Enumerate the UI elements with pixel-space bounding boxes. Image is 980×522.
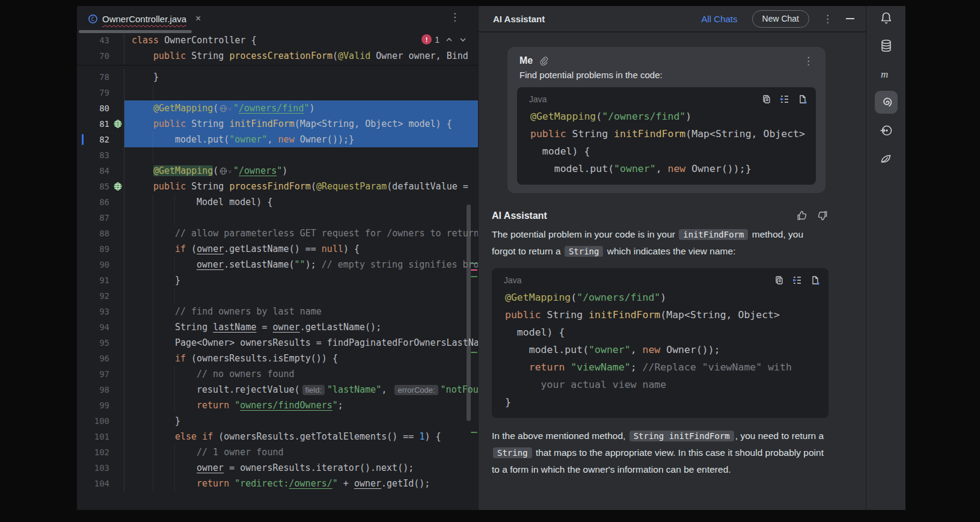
code-line-84[interactable]: 84@GetMapping(˅"/owners")	[77, 163, 478, 179]
chat-code-line: model) {	[517, 143, 816, 160]
line-number: 91	[99, 275, 109, 285]
code-line-103[interactable]: 103owner = ownersResults.iterator().next…	[77, 460, 478, 476]
database-icon	[879, 38, 893, 53]
code-line-100[interactable]: 100}	[77, 413, 478, 429]
chat-code-line: model.put("owner", new Owner());}	[517, 160, 816, 177]
code-line-97[interactable]: 97// no owners found	[77, 366, 478, 382]
thumbs-down-icon[interactable]	[817, 210, 828, 221]
code-line-93[interactable]: 93// find owners by last name	[77, 304, 478, 319]
code-line-104[interactable]: 104return "redirect:/owners/" + owner.ge…	[77, 476, 478, 491]
message-kebab-icon[interactable]: ⋮	[803, 56, 813, 66]
maven-icon: m	[879, 67, 893, 81]
error-stripe-mark	[471, 432, 477, 433]
panel-options-kebab-icon[interactable]: ⋮	[822, 14, 833, 24]
code-line-87[interactable]: 87	[77, 210, 478, 226]
svg-text:m: m	[881, 69, 888, 80]
svg-text:C: C	[91, 16, 94, 22]
ai-response: AI Assistant The potential problem in yo…	[492, 210, 828, 477]
code-line-88[interactable]: 88// allow parameterless GET request for…	[77, 226, 478, 241]
new-file-icon[interactable]	[810, 275, 820, 285]
code-line-96[interactable]: 96if (ownersResults.isEmpty()) {	[77, 351, 478, 366]
chevron-up-icon[interactable]	[445, 35, 453, 44]
line-number: 99	[99, 401, 109, 410]
code-line-81[interactable]: 81public String initFindForm(Map<String,…	[77, 116, 478, 132]
chat-code-line: @GetMapping("/owners/find")	[492, 289, 828, 306]
insert-at-caret-icon[interactable]	[792, 275, 802, 285]
java-class-icon: C	[88, 14, 98, 24]
code-line-80[interactable]: 80@GetMapping(˅"/owners/find")	[77, 100, 478, 116]
copy-icon[interactable]	[762, 94, 771, 104]
ai-assistant-panel: AI Assistant All Chats New Chat ⋮ Me ⋮ F…	[478, 6, 866, 510]
line-number: 43	[99, 35, 109, 45]
code-line-83[interactable]: 83	[77, 147, 478, 163]
tab-label: OwnerController.java	[102, 14, 186, 24]
code-line-94[interactable]: 94String lastName = owner.getLastName();	[77, 319, 478, 335]
code-line-79[interactable]: 79	[77, 85, 478, 100]
code-language-label: Java	[529, 94, 762, 104]
code-line-92[interactable]: 92	[77, 288, 478, 304]
tab-close-icon[interactable]: ×	[195, 13, 201, 24]
code-line-98[interactable]: 98result.rejectValue(field:"lastName", e…	[77, 382, 478, 398]
ai-panel-header: AI Assistant All Chats New Chat ⋮	[479, 6, 866, 32]
code-line-102[interactable]: 102// 1 owner found	[77, 444, 478, 460]
code-line-101[interactable]: 101else if (ownersResults.getTotalElemen…	[77, 429, 478, 444]
chat-code-line: public String initFindForm(Map<String, O…	[517, 125, 816, 143]
editor-area: C OwnerController.java × ⋮ 43class Owner…	[77, 6, 478, 510]
line-number: 98	[99, 385, 109, 395]
code-line-95[interactable]: 95Page<Owner> ownersResults = findPagina…	[77, 335, 478, 351]
new-chat-button[interactable]: New Chat	[752, 10, 809, 28]
stripe-ai-assistant-button[interactable]	[875, 91, 898, 114]
stripe-endpoints-button[interactable]	[875, 119, 898, 142]
attachment-paperclip-icon[interactable]	[539, 56, 548, 66]
ide-window: C OwnerController.java × ⋮ 43class Owner…	[77, 6, 905, 510]
thumbs-up-icon[interactable]	[796, 210, 807, 221]
line-number: 97	[99, 369, 109, 379]
error-stripe-mark	[471, 352, 477, 353]
line-number: 92	[99, 291, 109, 301]
error-stripe-mark	[471, 276, 477, 277]
notifications-bell-icon	[879, 11, 893, 25]
code-line-90[interactable]: 90owner.setLastName(""); // empty string…	[77, 257, 478, 272]
chat-code-line: return "viewName"; //Replace "viewName" …	[492, 358, 828, 376]
code-line-99[interactable]: 99return "owners/findOwners";	[77, 398, 478, 413]
editor-options-kebab-icon[interactable]: ⋮	[450, 12, 460, 22]
code-line-86[interactable]: 86Model model) {	[77, 194, 478, 210]
code-line-82[interactable]: 82model.put("owner", new Owner());}	[77, 132, 478, 147]
spring-icon	[879, 152, 893, 166]
line-number: 78	[99, 72, 109, 82]
line-number: 100	[94, 416, 109, 426]
hide-panel-icon[interactable]	[846, 18, 854, 19]
new-file-icon[interactable]	[798, 94, 807, 104]
user-name: Me	[519, 55, 533, 66]
stripe-spring-button[interactable]	[875, 147, 898, 170]
stripe-maven-button[interactable]: m	[875, 63, 898, 85]
endpoints-icon	[879, 123, 893, 138]
code-line-70[interactable]: 70public String processCreationForm(@Val…	[77, 48, 478, 64]
chevron-down-icon[interactable]	[459, 35, 467, 44]
all-chats-link[interactable]: All Chats	[702, 14, 738, 24]
code-line-78[interactable]: 78}	[77, 69, 478, 85]
line-number: 95	[99, 338, 109, 348]
line-number: 104	[94, 479, 109, 488]
line-number: 89	[99, 244, 109, 254]
line-number: 70	[99, 51, 109, 61]
stripe-notifications-bell-button[interactable]	[875, 7, 898, 29]
code-line-89[interactable]: 89if (owner.getLastName() == null) {	[77, 241, 478, 257]
code-line-85[interactable]: 85public String processFindForm(@Request…	[77, 179, 478, 194]
rest-endpoint-gutter-icon	[113, 182, 123, 191]
line-number: 79	[99, 88, 109, 97]
sticky-lines: 43class OwnerController {!170public Stri…	[77, 32, 478, 66]
inspections-widget[interactable]: !1	[421, 34, 467, 45]
ai-paragraph-1: The potential problem in your code is in…	[492, 226, 828, 260]
copy-icon[interactable]	[774, 275, 784, 285]
screenshot-stage: C OwnerController.java × ⋮ 43class Owner…	[0, 0, 980, 522]
insert-at-caret-icon[interactable]	[780, 94, 789, 104]
code-line-91[interactable]: 91}	[77, 272, 478, 288]
horizontal-scrollbar-thumb[interactable]	[79, 30, 192, 33]
code-line-43[interactable]: 43class OwnerController {!1	[77, 32, 478, 48]
line-number: 94	[99, 322, 109, 332]
caret-line-marker	[82, 134, 84, 145]
endpoint-globe-inlay-icon	[219, 105, 227, 112]
stripe-database-button[interactable]	[875, 34, 898, 57]
tab-ownercontroller[interactable]: C OwnerController.java ×	[77, 6, 207, 31]
